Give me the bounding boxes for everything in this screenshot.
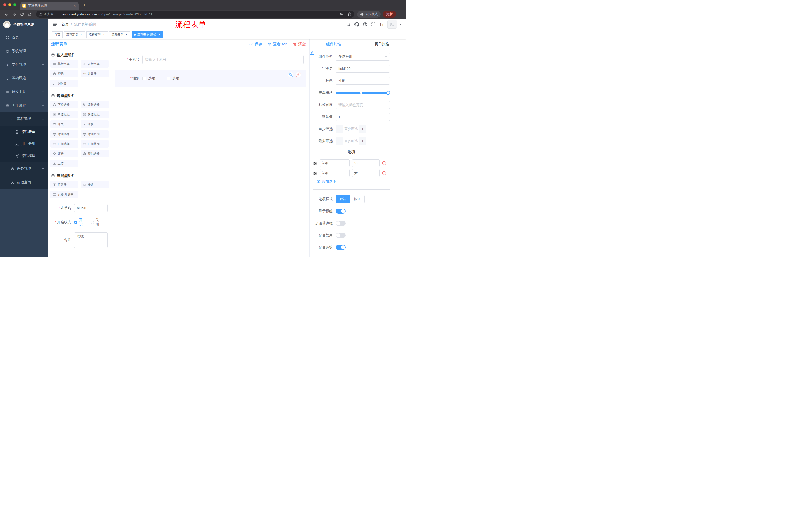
sidebar-item-document[interactable]: 流程表单 (0, 126, 49, 138)
component-date[interactable]: 日期选择 (51, 140, 78, 147)
component-password[interactable]: 密码 (51, 70, 78, 77)
github-icon[interactable] (354, 22, 359, 27)
component-slider[interactable]: 滑块 (81, 120, 109, 128)
drag-handle-icon[interactable] (313, 171, 317, 175)
decrease-button[interactable] (336, 137, 343, 145)
component-color[interactable]: 颜色选择 (81, 150, 109, 157)
tag-0[interactable]: 首页 (52, 31, 63, 38)
tab-close-icon[interactable] (72, 4, 77, 8)
breadcrumb-home[interactable]: 首页 (62, 22, 68, 27)
update-button[interactable]: 更新 (383, 11, 396, 18)
option-value-input[interactable] (352, 169, 380, 177)
sidebar-item-users[interactable]: 用户分组 (0, 138, 49, 150)
component-upload[interactable]: 上传 (51, 160, 78, 167)
sidebar-item-briefcase[interactable]: 工作流程 (0, 99, 49, 112)
tag-close-icon[interactable] (125, 33, 128, 36)
tag-close-icon[interactable] (79, 33, 83, 36)
gender-option-0[interactable]: 选项一 (142, 76, 159, 81)
address-bar[interactable]: 不安全 dashboard.yudao.iocoder.cn/bpm/manag… (36, 10, 354, 18)
bookmark-icon[interactable] (347, 12, 351, 16)
option-value-input[interactable] (352, 159, 380, 167)
hamburger-icon[interactable] (53, 22, 58, 27)
drawing-board[interactable]: 手机号 性别 选项一选项二 (112, 49, 309, 257)
font-size-icon[interactable] (379, 22, 384, 27)
show-label-switch[interactable] (336, 209, 346, 214)
security-warning-icon[interactable] (39, 12, 43, 16)
component-row[interactable]: 行容器 (51, 181, 78, 188)
label-width-input[interactable] (336, 101, 390, 109)
component-switch[interactable]: 开关 (51, 120, 78, 128)
sidebar-item-send[interactable]: 流程模型 (0, 150, 49, 162)
search-icon[interactable] (346, 22, 351, 27)
sidebar-item-tools[interactable]: 研发工具 (0, 85, 49, 99)
checkbox-box[interactable] (142, 77, 146, 80)
decrease-button[interactable] (336, 125, 343, 133)
reload-button[interactable] (20, 12, 24, 16)
sidebar-item-yen[interactable]: ¥支付管理 (0, 58, 49, 72)
tag-close-icon[interactable] (102, 33, 106, 36)
new-tab-button[interactable] (81, 1, 88, 8)
link-button[interactable] (310, 50, 314, 55)
browser-tab[interactable]: 芋道管理系统 (20, 2, 79, 9)
default-value-input[interactable] (336, 113, 390, 121)
component-checkbox[interactable]: 多选框组 (81, 111, 109, 118)
option-label-input[interactable] (320, 159, 350, 167)
component-time[interactable]: 时间选择 (51, 130, 78, 138)
status-off-radio[interactable]: 关闭 (91, 218, 102, 227)
increase-button[interactable] (358, 137, 366, 145)
tag-1[interactable]: 流程定义 (64, 31, 85, 38)
sidebar-item-gear[interactable]: 系统管理 (0, 44, 49, 58)
tag-close-icon[interactable] (157, 33, 161, 36)
form-name-input[interactable] (74, 204, 108, 212)
component-editor[interactable]: 编辑器 (51, 80, 78, 87)
tab-form-props[interactable]: 表单属性 (358, 39, 406, 49)
field-name-input[interactable] (336, 64, 390, 73)
disabled-switch[interactable] (336, 233, 346, 238)
style-button-button[interactable]: 按钮 (350, 195, 365, 203)
avatar-caret-icon[interactable] (399, 23, 402, 26)
minimize-window-button[interactable] (8, 3, 11, 6)
help-icon[interactable] (363, 22, 367, 27)
clear-button[interactable]: 清空 (293, 42, 306, 47)
add-option-button[interactable]: 添加选项 (317, 179, 390, 184)
border-switch[interactable] (336, 221, 346, 226)
title-input[interactable] (336, 77, 390, 85)
style-default-button[interactable]: 默认 (336, 195, 350, 203)
password-manager-icon[interactable] (340, 12, 344, 16)
tab-component-props[interactable]: 组件属性 (310, 39, 358, 49)
component-input[interactable]: 单行文本 (51, 60, 78, 67)
component-type-select[interactable]: 多选框组 (336, 53, 390, 61)
sidebar-logo[interactable]: 芋道管理系统 (0, 19, 49, 31)
drag-handle-icon[interactable] (313, 161, 317, 165)
component-select[interactable]: 下拉选择 (51, 101, 78, 108)
view-json-button[interactable]: 查看json (267, 42, 287, 47)
sidebar-item-tree[interactable]: 任务管理 (0, 162, 49, 175)
component-time-range[interactable]: 时间范围 (81, 130, 109, 138)
avatar[interactable] (387, 20, 397, 29)
component-number[interactable]: 123计数器 (81, 70, 109, 77)
sidebar-item-list[interactable]: 流程管理 (0, 112, 49, 126)
component-textarea[interactable]: 多行文本 (81, 60, 109, 67)
fullscreen-icon[interactable] (371, 22, 376, 27)
remove-option-icon[interactable] (382, 171, 386, 175)
sidebar-item-user[interactable]: 请假查询 (0, 175, 49, 189)
option-label-input[interactable] (320, 169, 350, 177)
forward-button[interactable] (12, 12, 16, 16)
remove-option-icon[interactable] (382, 161, 386, 165)
required-switch[interactable] (336, 245, 346, 250)
component-button[interactable]: 按钮 (81, 181, 109, 188)
gender-option-1[interactable]: 选项二 (167, 76, 183, 81)
component-table[interactable]: 表格[开发中] (51, 191, 78, 198)
save-button[interactable]: 保存 (249, 42, 262, 47)
delete-field-button[interactable] (296, 72, 301, 77)
increase-button[interactable] (358, 125, 366, 133)
back-button[interactable] (4, 12, 8, 16)
browser-menu-icon[interactable] (398, 12, 402, 16)
remark-textarea[interactable]: 嘿嘿 (74, 232, 108, 248)
canvas-field-gender-selected[interactable]: 性别 选项一选项二 (115, 70, 306, 87)
status-on-radio[interactable]: 开启 (74, 218, 85, 227)
canvas-field-phone[interactable]: 手机号 (115, 52, 306, 67)
close-window-button[interactable] (3, 3, 6, 6)
sidebar-item-monitor[interactable]: 基础设施 (0, 72, 49, 85)
checkbox-box[interactable] (167, 77, 170, 80)
